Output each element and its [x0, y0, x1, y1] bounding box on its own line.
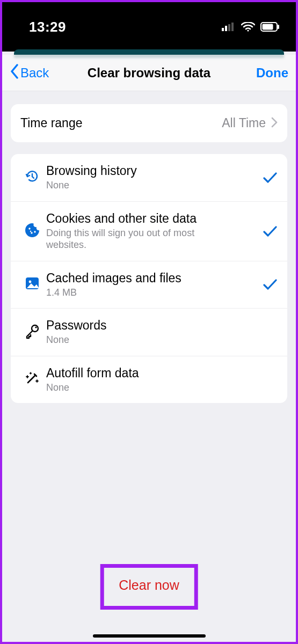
- item-cookies[interactable]: Cookies and other site data Doing this w…: [11, 201, 287, 261]
- item-label: Cached images and files: [46, 271, 263, 286]
- phone-frame: 13:29: [2, 2, 296, 642]
- item-cached[interactable]: Cached images and files 1.4 MB: [11, 261, 287, 309]
- checkmark-icon: [263, 171, 278, 184]
- svg-point-15: [35, 326, 37, 328]
- svg-point-10: [34, 231, 35, 232]
- item-sub: None: [46, 179, 213, 192]
- item-autofill[interactable]: Autofill form data None: [11, 356, 287, 404]
- svg-rect-0: [222, 28, 224, 31]
- svg-point-13: [29, 281, 32, 283]
- battery-icon: [260, 22, 280, 32]
- svg-point-11: [30, 230, 31, 231]
- history-icon: [25, 169, 40, 186]
- status-bar: 13:29: [2, 2, 296, 52]
- item-label: Passwords: [46, 318, 278, 333]
- time-range-value: All Time: [222, 116, 266, 130]
- item-sub: Doing this will sign you out of most web…: [46, 227, 213, 251]
- annotation-highlight: Clear now: [100, 564, 198, 610]
- svg-rect-3: [231, 23, 234, 31]
- back-label: Back: [20, 65, 49, 80]
- content: Time range All Time Browsing history Non…: [2, 91, 296, 403]
- item-sub: None: [46, 334, 213, 346]
- svg-point-9: [31, 232, 32, 233]
- time-range-label: Time range: [20, 116, 82, 130]
- chevron-right-icon: [271, 117, 278, 130]
- data-items-card: Browsing history None Cookies and other …: [11, 154, 287, 403]
- clear-now-button[interactable]: Clear now: [119, 577, 179, 592]
- svg-rect-1: [225, 26, 227, 31]
- item-passwords[interactable]: Passwords None: [11, 308, 287, 356]
- svg-rect-7: [278, 25, 279, 29]
- wifi-icon: [241, 22, 255, 32]
- item-browsing-history[interactable]: Browsing history None: [11, 154, 287, 201]
- chevron-left-icon: [10, 64, 19, 82]
- home-indicator[interactable]: [93, 634, 206, 638]
- nav-header: Back Clear browsing data Done: [2, 55, 296, 91]
- image-icon: [25, 276, 40, 293]
- svg-rect-6: [263, 24, 273, 30]
- cellular-icon: [222, 23, 236, 31]
- svg-rect-2: [228, 24, 230, 31]
- time-range-card: Time range All Time: [11, 104, 287, 142]
- svg-point-8: [28, 228, 30, 229]
- status-time: 13:29: [29, 19, 66, 35]
- back-button[interactable]: Back: [10, 64, 49, 82]
- checkmark-icon: [263, 278, 278, 291]
- item-label: Browsing history: [46, 164, 263, 178]
- item-label: Autofill form data: [46, 366, 278, 380]
- page-title: Clear browsing data: [88, 65, 210, 80]
- item-label: Cookies and other site data: [46, 211, 263, 226]
- clear-now-container: Clear now: [100, 564, 198, 610]
- item-sub: None: [46, 382, 213, 394]
- item-sub: 1.4 MB: [46, 287, 213, 299]
- time-range-row[interactable]: Time range All Time: [11, 104, 287, 142]
- cookie-icon: [24, 222, 40, 240]
- svg-point-4: [247, 30, 249, 31]
- key-icon: [24, 323, 40, 341]
- wand-icon: [24, 370, 40, 389]
- status-icons: [222, 22, 280, 32]
- done-button[interactable]: Done: [256, 65, 288, 80]
- checkmark-icon: [263, 225, 278, 238]
